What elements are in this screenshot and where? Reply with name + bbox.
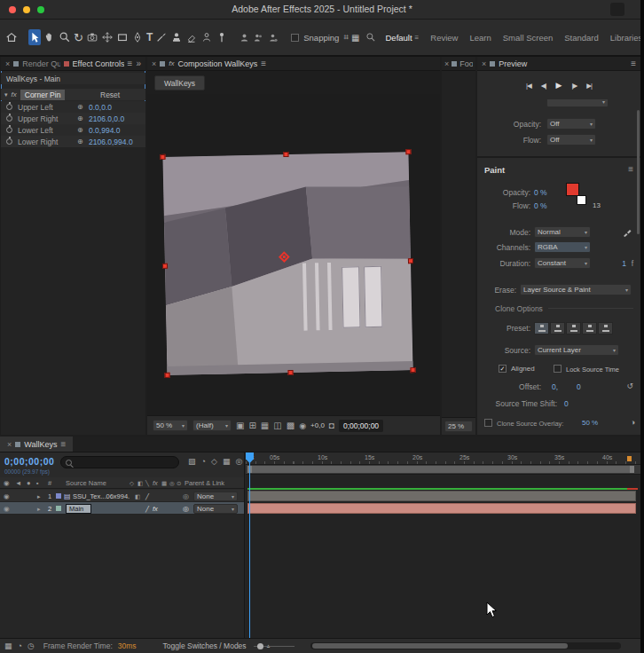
threed-switch-icon[interactable]: ⊙ — [177, 477, 181, 489]
clone-overlay-value[interactable]: 50 % — [582, 419, 598, 427]
layer-name-edit-field[interactable]: Main — [66, 504, 91, 514]
flow-dropdown[interactable]: Off▾ — [546, 134, 596, 146]
corner-handle-top-left[interactable] — [160, 154, 165, 160]
foreground-color-swatch[interactable] — [566, 183, 579, 196]
collab-people-icon-2[interactable] — [253, 29, 264, 45]
quality-switch-icon[interactable]: ╲ — [145, 477, 149, 489]
param-value[interactable]: 2106.0,0.0 — [89, 114, 124, 123]
clone-overlay-checkbox[interactable] — [484, 419, 492, 427]
parent-pickwhip-icon[interactable]: ◎ — [183, 491, 189, 502]
workspace-search-icon[interactable] — [365, 29, 376, 45]
layer-label-chip[interactable] — [56, 493, 61, 499]
close-panel-icon[interactable]: × — [444, 59, 449, 68]
frame-blend-switch-icon[interactable]: ▦ — [161, 477, 167, 489]
layer-row-1[interactable]: ◉ ▸ 1 ▤ SSU_Tex...06x994.png ◧ ╱ ◎ None▾ — [0, 490, 244, 502]
hide-shy-icon[interactable]: ◇ — [211, 457, 217, 466]
timeline-graph-area[interactable]: 0s 05s 10s 15s 20s 25s 30s 35s 40s — [246, 452, 640, 638]
collab-people-icon-1[interactable] — [239, 29, 250, 45]
offset-x-value[interactable]: 0, — [552, 382, 558, 391]
pixel-grid-icon[interactable]: ▦ — [351, 29, 359, 45]
workspace-tab-libraries[interactable]: Libraries — [610, 33, 642, 43]
parent-link-column[interactable]: Parent & Link — [185, 477, 224, 489]
close-panel-icon[interactable]: × — [5, 59, 10, 68]
timeline-tab[interactable]: × WallKeys ≡ — [0, 437, 73, 452]
comp-timecode[interactable]: 0;00;00;00 — [339, 420, 383, 432]
timeline-zoom-handle[interactable] — [257, 643, 263, 649]
time-ruler[interactable]: 0s 05s 10s 15s 20s 25s 30s 35s 40s — [246, 452, 640, 465]
effects-switch-icon[interactable]: fx — [153, 477, 158, 489]
comp-mini-flowchart-icon[interactable]: ▧ — [188, 457, 196, 466]
quality-switch[interactable]: ╱ — [145, 503, 149, 515]
transparency-grid-icon[interactable]: ▩ — [287, 421, 295, 430]
stopwatch-icon[interactable] — [6, 127, 12, 133]
layer-twirl-icon[interactable]: ▸ — [37, 503, 41, 515]
eraser-tool[interactable] — [185, 29, 198, 45]
workspace-tab-default[interactable]: Default — [386, 33, 412, 43]
panel-menu-icon[interactable]: ≡ — [128, 59, 133, 68]
source-name-column[interactable]: Source Name — [66, 477, 106, 489]
parent-pickwhip-icon[interactable]: ◎ — [183, 503, 189, 515]
work-area-bar[interactable] — [247, 466, 634, 473]
param-value[interactable]: 0.0,994.0 — [89, 126, 120, 135]
home-icon[interactable] — [5, 29, 18, 45]
tab-preview[interactable]: Preview — [499, 59, 527, 68]
paint-flow-value[interactable]: 0 % — [534, 201, 547, 210]
tab-effect-controls[interactable]: Effect Controls Main — [73, 59, 124, 68]
offset-y-value[interactable]: 0 — [577, 382, 581, 391]
clone-preset-button-1[interactable] — [534, 322, 549, 334]
timeline-timecode[interactable]: 0;00;00;00 — [4, 456, 54, 467]
shy-switch-icon[interactable]: ◇ — [130, 477, 134, 489]
comp-marker[interactable] — [627, 456, 632, 461]
project-flowchart-icon[interactable]: ▦ — [4, 641, 12, 650]
panel-menu-icon[interactable]: ≡ — [60, 439, 66, 449]
panel-overflow-icon[interactable]: » — [136, 59, 141, 68]
effects-switch[interactable]: fx — [153, 503, 158, 515]
opacity-dropdown[interactable]: Off▾ — [546, 118, 596, 130]
timeline-search-input[interactable] — [75, 459, 174, 467]
crosshair-icon[interactable]: ⊕ — [77, 138, 83, 146]
snapping-options-icon[interactable]: ⌗ — [343, 29, 349, 45]
video-column-icon[interactable]: ◉ — [4, 477, 10, 489]
clone-preset-button-2[interactable] — [550, 322, 565, 334]
layer-visibility-icon[interactable]: ◉ — [4, 503, 10, 515]
clone-preset-button-5[interactable] — [598, 322, 613, 334]
quality-switch[interactable]: ╱ — [145, 491, 149, 502]
close-panel-icon[interactable]: × — [152, 59, 156, 68]
effect-reset-button[interactable]: Reset — [100, 90, 120, 99]
workspace-tab-small-screen[interactable]: Small Screen — [503, 33, 554, 43]
workspace-tab-review[interactable]: Review — [430, 33, 458, 43]
paint-menu-icon[interactable]: ≡ — [628, 164, 633, 174]
collab-people-icon-3[interactable] — [267, 29, 279, 45]
workspace-tab-standard[interactable]: Standard — [564, 33, 599, 43]
close-panel-icon[interactable]: × — [7, 440, 12, 449]
layer-visibility-icon[interactable]: ◉ — [4, 491, 10, 502]
tab-composition[interactable]: Composition WallKeys — [178, 59, 258, 68]
edge-handle-top[interactable] — [283, 152, 288, 157]
snapshot-camera-icon[interactable]: ◘ — [329, 421, 334, 430]
crosshair-icon[interactable]: ⊕ — [77, 126, 83, 134]
close-panel-icon[interactable]: × — [482, 59, 486, 68]
clone-preset-button-3[interactable] — [566, 322, 581, 334]
playhead-line[interactable] — [249, 452, 250, 638]
clone-stamp-tool[interactable] — [170, 29, 183, 45]
frame-blending-icon[interactable]: ▦ — [223, 457, 231, 466]
collapse-switch-icon[interactable]: ◧ — [137, 477, 143, 489]
twirl-open-icon[interactable]: ▾ — [4, 91, 8, 98]
exposure-icon[interactable]: ◉ — [299, 421, 306, 430]
first-frame-button[interactable]: |◀ — [526, 82, 531, 90]
zoom-tool[interactable] — [59, 29, 71, 45]
toggle-switches-modes-button[interactable]: Toggle Switches / Modes — [163, 641, 247, 650]
layer-bar-2[interactable] — [247, 503, 636, 514]
lock-column-icon[interactable]: ▪ — [36, 477, 39, 489]
erase-dropdown[interactable]: Layer Source & Paint▾ — [520, 284, 632, 295]
overlay-mode-icon[interactable]: ◑ — [631, 418, 635, 427]
resolution-dropdown[interactable]: (Half)▾ — [192, 420, 232, 431]
region-of-interest-icon[interactable]: ◫ — [273, 421, 281, 430]
titlebar-widget[interactable] — [610, 3, 624, 16]
brush-tool[interactable] — [155, 29, 168, 45]
corner-handle-bottom-left[interactable] — [165, 373, 170, 378]
orbit-camera-tool[interactable]: ↻ — [74, 29, 83, 45]
solo-column-icon[interactable]: ● — [27, 477, 31, 489]
magnification-dropdown[interactable]: 50 %▾ — [153, 420, 188, 431]
mask-visibility-icon[interactable]: ▦ — [261, 421, 269, 430]
